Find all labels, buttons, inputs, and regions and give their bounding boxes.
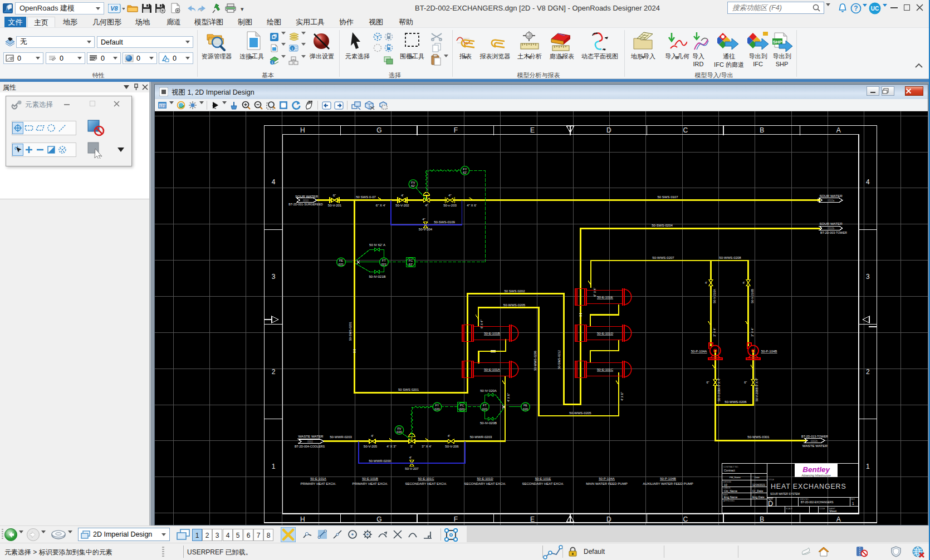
svg-text:0002: 0002 [307, 440, 314, 443]
svg-text:4' X 6": 4' X 6" [507, 393, 510, 402]
svg-text:E: E [530, 126, 535, 134]
svg-text:1: 1 [272, 463, 276, 470]
svg-text:50-E-101D: 50-E-101D [597, 332, 614, 335]
svg-text:4" X 6': 4" X 6' [467, 204, 476, 207]
svg-text:FV: FV [411, 181, 415, 184]
svg-text:0002b: 0002b [811, 440, 818, 443]
svg-text:CONTRACT NO.: CONTRACT NO. [723, 466, 738, 468]
svg-text:50-E-101B: 50-E-101B [484, 332, 500, 335]
svg-text:3: 3 [272, 273, 276, 281]
svg-text:6" X 4': 6" X 4' [593, 288, 596, 297]
svg-text:Contract: Contract [724, 469, 735, 472]
svg-text:50-V-210A: 50-V-210A [713, 289, 716, 303]
svg-text:HEAT EXCHANGERS: HEAT EXCHANGERS [771, 483, 846, 490]
svg-text:Eng Date: Eng Date [752, 495, 765, 499]
svg-text:50-P-104A: 50-P-104A [599, 477, 615, 480]
svg-text:50 SWS 0202: 50 SWS 0202 [504, 289, 525, 293]
svg-text:4': 4' [401, 194, 403, 197]
svg-text:C: C [683, 515, 688, 523]
svg-text:020: 020 [397, 430, 402, 434]
svg-text:3: 3 [866, 273, 870, 281]
svg-text:50-WWS-0206: 50-WWS-0206 [725, 400, 747, 404]
svg-text:C: C [683, 126, 688, 134]
svg-text:50 IV 020A: 50 IV 020A [480, 389, 497, 392]
svg-text:50-SWS-0109: 50-SWS-0109 [434, 220, 455, 224]
svg-text:1: 1 [852, 502, 854, 505]
svg-text:F: F [454, 126, 458, 134]
svg-text:4": 4" [448, 194, 451, 197]
svg-text:50-V-208A 6' X 4": 50-V-208A 6' X 4" [717, 378, 721, 401]
svg-text:020: 020 [523, 407, 528, 411]
svg-text:50-SWS-0201: 50-SWS-0201 [349, 322, 352, 341]
svg-text:i: i [292, 46, 293, 51]
svg-text:FE: FE [523, 404, 527, 407]
svg-text:020: 020 [482, 407, 487, 411]
svg-text:A: A [836, 126, 841, 134]
svg-text:PRIMARY HEAT EXCH.: PRIMARY HEAT EXCH. [352, 482, 388, 485]
svg-text:50-E-101B: 50-E-101B [362, 477, 378, 480]
svg-text:50-P-104B: 50-P-104B [761, 350, 777, 353]
svg-text:A: A [836, 515, 841, 523]
svg-text:Cr_Date: Cr_Date [752, 489, 763, 493]
svg-text:FY: FY [463, 168, 467, 171]
svg-text:1: 1 [866, 463, 870, 470]
svg-text:FV: FV [397, 427, 401, 430]
svg-text:CODE: CODE [819, 508, 825, 510]
svg-text:4: 4 [866, 178, 870, 186]
svg-text:i: i [272, 60, 273, 65]
svg-text:SCALE: SCALE [786, 508, 792, 510]
svg-text:MAIN WATER FEED PUMP: MAIN WATER FEED PUMP [586, 482, 627, 485]
svg-text:50-V-208B 6' X 4": 50-V-208B 6' X 4" [755, 378, 758, 402]
svg-text:Date: Date [755, 476, 760, 479]
svg-text:6": 6" [744, 381, 747, 384]
svg-text:4' X 3": 4' X 3" [386, 445, 396, 448]
svg-text:?: ? [854, 4, 858, 12]
svg-text:50-V-202: 50-V-202 [395, 204, 409, 207]
svg-text:UC: UC [871, 6, 879, 12]
svg-text:6' X 4": 6' X 4" [480, 320, 483, 328]
svg-text:WASTE WATER: WASTE WATER [802, 444, 828, 448]
svg-text:4': 4' [371, 434, 373, 438]
svg-text:4": 4" [425, 204, 428, 207]
svg-text:3': 3' [410, 445, 413, 448]
svg-text:50-V-205: 50-V-205 [364, 445, 378, 448]
svg-text:TITLE: TITLE [769, 479, 775, 481]
svg-text:62': 62' [463, 171, 467, 174]
svg-text:50-WWR-0203: 50-WWR-0203 [330, 435, 352, 439]
svg-text:50-WWS-0207: 50-WWS-0207 [652, 256, 674, 259]
svg-text:3" X 4': 3" X 4' [422, 445, 431, 448]
svg-text:AUXILIARY WATER FEED PUMP: AUXILIARY WATER FEED PUMP [643, 482, 693, 485]
svg-text:G: G [376, 515, 381, 523]
svg-text:50-WWR-0203: 50-WWR-0203 [470, 435, 492, 439]
svg-text:50-WWS-0301: 50-WWS-0301 [747, 435, 770, 439]
svg-text:50-WWS-0206: 50-WWS-0206 [533, 351, 537, 370]
svg-text:FY: FY [435, 404, 439, 407]
svg-text:50-IV-021B: 50-IV-021B [369, 275, 385, 278]
svg-text:50-WWR-0200: 50-WWR-0200 [369, 459, 391, 463]
svg-text:D: D [606, 126, 611, 134]
svg-text:50 SWS 0107: 50 SWS 0107 [657, 195, 678, 199]
svg-text:123: 123 [159, 104, 166, 108]
svg-text:50-WWS-0208: 50-WWS-0208 [719, 256, 741, 259]
svg-text:021: 021 [381, 263, 386, 266]
svg-text:020: 020 [459, 407, 464, 411]
svg-text:50-P-104B: 50-P-104B [660, 477, 676, 480]
svg-text:Advancing Infrastructure: Advancing Infrastructure [801, 474, 831, 477]
svg-text:CH_Name: CH_Name [724, 489, 737, 493]
svg-text:FC: FC [409, 259, 413, 262]
svg-text:BT-2D-003-TOWER: BT-2D-003-TOWER [820, 231, 847, 234]
svg-text:50-E-101C: 50-E-101C [418, 477, 434, 480]
svg-text:Bentley: Bentley [802, 465, 830, 474]
svg-text:PC: PC [460, 404, 464, 407]
svg-text:50-WWS-0205: 50-WWS-0205 [503, 303, 526, 307]
svg-text:10: 10 [724, 483, 727, 487]
svg-text:50-E-101D: 50-E-101D [477, 477, 493, 480]
svg-text:3" X 4': 3" X 4' [751, 328, 754, 337]
svg-text:021: 021 [339, 263, 344, 266]
svg-text:G: G [376, 126, 381, 134]
svg-text:0010b: 0010b [828, 227, 835, 230]
svg-text:SECONDARY HEAT EXCH.: SECONDARY HEAT EXCH. [522, 482, 564, 485]
svg-text:4' X 6": 4' X 6" [620, 392, 624, 401]
svg-text:4': 4' [743, 281, 745, 284]
svg-text:50-V-201: 50-V-201 [328, 204, 342, 207]
